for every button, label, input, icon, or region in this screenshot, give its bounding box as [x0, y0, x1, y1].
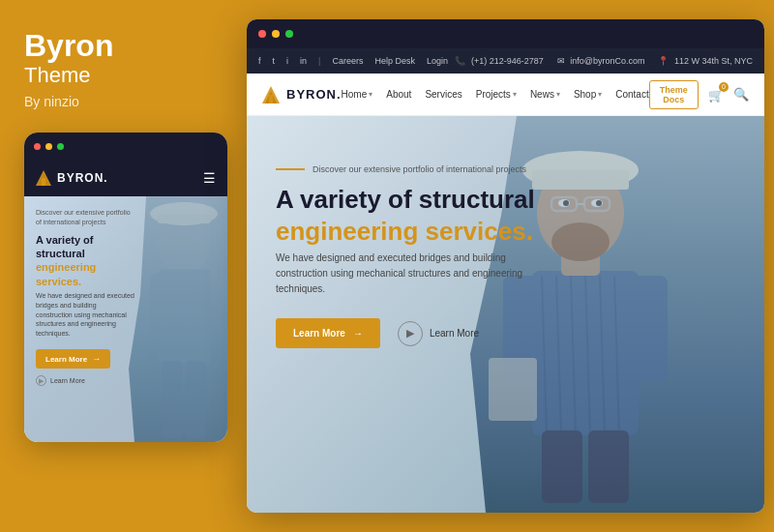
- navbar-actions: Theme Docs 🛒 0 🔍: [649, 80, 749, 109]
- svg-rect-5: [150, 274, 169, 341]
- mobile-navbar: BYRON. ☰: [24, 160, 227, 196]
- mobile-heading: A variety of structural engineering serv…: [36, 233, 134, 288]
- cart-badge: 0: [719, 82, 729, 92]
- svg-rect-22: [634, 276, 668, 382]
- hero-tagline: Discover our extensive portfolio of inte…: [313, 164, 526, 174]
- desktop-navbar: BYRON. Home ▾ About Services Projects ▾ …: [247, 74, 764, 116]
- social-instagram[interactable]: i: [286, 56, 288, 66]
- address-info: 📍 112 W 34th St, NYC: [658, 56, 753, 66]
- hero-heading: A variety of structural engineering serv…: [276, 184, 576, 247]
- location-icon: 📍: [658, 56, 669, 66]
- nav-services[interactable]: Services: [425, 89, 461, 100]
- learn-more-primary-button[interactable]: Learn More →: [276, 318, 380, 348]
- hamburger-icon[interactable]: ☰: [203, 170, 216, 186]
- svg-point-29: [596, 200, 602, 206]
- social-linkedin[interactable]: in: [300, 56, 307, 66]
- email-icon: ✉: [557, 56, 565, 66]
- arrow-icon: →: [92, 354, 101, 364]
- social-twitter[interactable]: t: [273, 56, 276, 66]
- svg-rect-13: [269, 95, 273, 103]
- mobile-hero: Discover our extensive portfolio of inte…: [24, 196, 227, 442]
- mobile-mockup: BYRON. ☰ Discover our extensive portfoli…: [24, 133, 227, 442]
- topbar-left: f t i in | Careers Help Desk Login: [258, 56, 448, 66]
- desktop-topbar: f t i in | Careers Help Desk Login 📞 (+1…: [247, 48, 764, 74]
- helpdesk-link[interactable]: Help Desk: [374, 56, 415, 66]
- navbar-logo-area: BYRON.: [262, 84, 342, 105]
- tagline-bar: [276, 168, 305, 170]
- mobile-titlebar: [24, 133, 227, 160]
- theme-docs-button[interactable]: Theme Docs: [649, 80, 699, 109]
- nav-news[interactable]: News ▾: [530, 89, 560, 100]
- topbar-right: 📞 (+1) 212-946-2787 ✉ info@byronCo.com 📍…: [455, 56, 753, 66]
- search-icon[interactable]: 🔍: [733, 87, 749, 102]
- cart-container: 🛒 0: [708, 86, 724, 103]
- brand-name: Byron Theme By ninzio: [24, 29, 213, 133]
- hero-heading-orange: engineering services.: [276, 216, 576, 248]
- navbar-logo-text: BYRON.: [286, 87, 342, 102]
- nav-shop[interactable]: Shop ▾: [574, 89, 602, 100]
- left-panel: Byron Theme By ninzio BYRON. ☰: [0, 0, 237, 532]
- chevron-shop-icon: ▾: [598, 90, 602, 99]
- login-link[interactable]: Login: [427, 56, 448, 66]
- desktop-hero: Discover our extensive portfolio of inte…: [247, 116, 764, 513]
- dot-yellow: [45, 143, 52, 150]
- navbar-nav: Home ▾ About Services Projects ▾ News ▾ …: [342, 89, 649, 100]
- hero-buttons: Learn More → ▶ Learn More: [276, 318, 576, 348]
- desktop-dot-yellow: [272, 30, 280, 38]
- nav-projects[interactable]: Projects ▾: [476, 89, 517, 100]
- hero-content: Discover our extensive portfolio of inte…: [276, 164, 576, 348]
- nav-home[interactable]: Home ▾: [342, 89, 373, 100]
- play-circle-icon: ▶: [398, 321, 423, 346]
- mobile-secondary-learn-more[interactable]: ▶ Learn More: [36, 375, 134, 386]
- dot-green: [57, 143, 64, 150]
- desktop-dot-green: [285, 30, 293, 38]
- mobile-content: Discover our extensive portfolio of inte…: [24, 196, 146, 398]
- desktop-dot-red: [258, 30, 266, 38]
- navbar-logo-icon: [262, 84, 280, 105]
- chevron-news-icon: ▾: [556, 90, 560, 99]
- arrow-right-icon: →: [353, 328, 363, 339]
- phone-info: 📞 (+1) 212-946-2787: [455, 56, 543, 66]
- hero-description: We have designed and executed bridges an…: [276, 251, 547, 297]
- dot-red: [34, 143, 41, 150]
- svg-rect-6: [189, 274, 208, 341]
- social-facebook[interactable]: f: [258, 56, 261, 66]
- phone-icon: 📞: [455, 56, 465, 66]
- svg-rect-37: [489, 358, 537, 421]
- nav-about[interactable]: About: [386, 89, 411, 100]
- svg-rect-35: [542, 430, 582, 503]
- play-circle-icon: ▶: [36, 375, 46, 386]
- desktop-preview: f t i in | Careers Help Desk Login 📞 (+1…: [247, 19, 764, 513]
- chevron-home-icon: ▾: [369, 90, 372, 99]
- nav-contact[interactable]: Contact: [615, 89, 648, 100]
- hero-tagline-line: Discover our extensive portfolio of inte…: [276, 164, 576, 174]
- svg-rect-2: [42, 178, 45, 186]
- learn-more-secondary-button[interactable]: ▶ Learn More: [398, 321, 479, 346]
- email-info: ✉ info@byronCo.com: [557, 56, 645, 66]
- desktop-titlebar: [247, 19, 764, 48]
- svg-rect-36: [588, 430, 629, 503]
- mobile-logo-icon: [36, 168, 51, 188]
- mobile-logo-area: BYRON.: [36, 168, 108, 188]
- chevron-projects-icon: ▾: [513, 90, 517, 99]
- svg-rect-10: [158, 214, 211, 223]
- svg-rect-8: [185, 361, 206, 438]
- mobile-logo-text: BYRON.: [57, 171, 108, 185]
- mobile-learn-more-button[interactable]: Learn More →: [36, 349, 110, 369]
- careers-link[interactable]: Careers: [332, 56, 363, 66]
- svg-rect-7: [162, 361, 183, 438]
